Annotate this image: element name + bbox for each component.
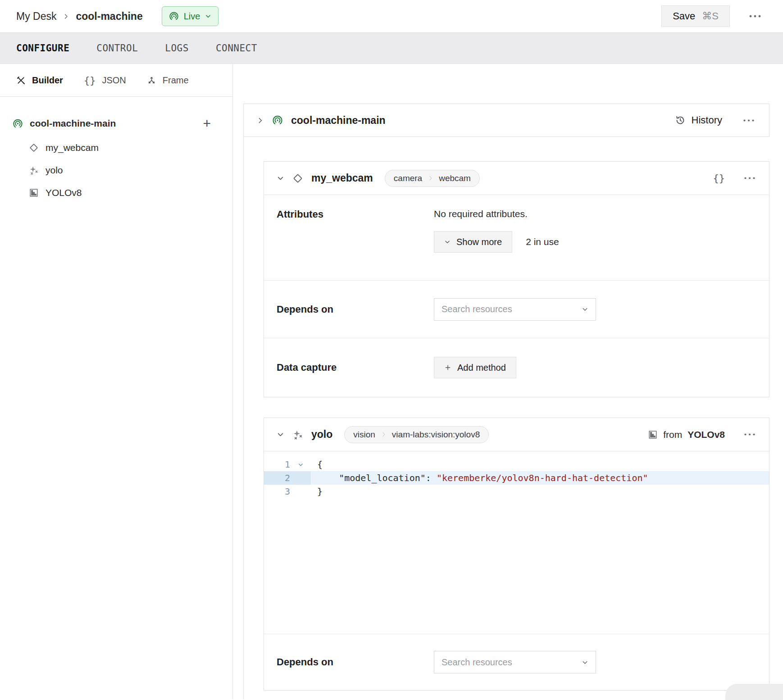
badge-model: viam-labs:vision:yolov8 — [392, 430, 480, 440]
fold-chevron-icon[interactable] — [290, 458, 311, 471]
code-text: { — [311, 458, 769, 471]
part-title: cool-machine-main — [291, 114, 386, 127]
code-line-1: 1 { — [264, 458, 769, 471]
broadcast-icon — [13, 118, 23, 129]
chevron-down-icon[interactable] — [277, 174, 284, 182]
show-more-button[interactable]: Show more — [434, 231, 512, 253]
from-module-link[interactable]: from YOLOv8 — [648, 429, 725, 440]
yolo-type-badge: vision viam-labs:vision:yolov8 — [344, 426, 489, 443]
webcam-type-badge: camera webcam — [385, 170, 480, 187]
chevron-right-icon[interactable] — [256, 117, 264, 124]
badge-chevron-icon — [428, 175, 433, 182]
chevron-down-icon — [444, 239, 451, 245]
tree-children: my_webcam yolo — [13, 134, 211, 204]
diamond-icon — [292, 173, 303, 184]
tree-item-label: my_webcam — [46, 142, 99, 153]
view-tab-frame[interactable]: Frame — [147, 75, 189, 86]
gutter-spacer — [290, 471, 311, 485]
data-capture-section: Data capture Add method — [264, 338, 769, 397]
tree-item-my-webcam[interactable]: my_webcam — [29, 136, 211, 159]
content-split: Builder {} JSON Frame — [0, 64, 783, 700]
json-separator: : — [426, 473, 437, 483]
app-header: My Desk cool-machine Live — [0, 0, 783, 32]
tree-connector-line — [243, 137, 244, 700]
part-overflow-menu-button[interactable] — [741, 117, 756, 124]
depends-search-input[interactable] — [442, 657, 572, 668]
attributes-json-editor[interactable]: 1 { 2 "model_location": "keremberke/yolo… — [264, 451, 769, 634]
viam-machine-config-page: My Desk cool-machine Live — [0, 0, 783, 700]
corner-overlay — [725, 684, 783, 700]
webcam-depends-select[interactable] — [434, 298, 596, 321]
badge-model: webcam — [439, 173, 471, 183]
view-tab-label: JSON — [102, 75, 126, 86]
save-button[interactable]: Save ⌘S — [661, 5, 730, 27]
tree-item-yolov8-module[interactable]: YOLOv8 — [29, 182, 211, 204]
resource-tree: cool-machine-main + my_webcam — [0, 97, 232, 204]
attributes-in-use-count: 2 in use — [526, 236, 559, 247]
yolo-card-header: yolo vision viam-labs:vision:yolov8 — [264, 418, 769, 451]
line-number: 3 — [264, 485, 290, 498]
add-method-button[interactable]: Add method — [434, 357, 516, 378]
breadcrumb-root[interactable]: My Desk — [16, 10, 56, 23]
module-icon — [648, 430, 658, 440]
line-number: 1 — [264, 458, 290, 471]
module-icon — [29, 188, 39, 198]
config-main: cool-machine-main History — [233, 64, 783, 700]
attributes-label: Attributes — [277, 209, 434, 280]
history-button[interactable]: History — [675, 114, 722, 126]
tab-configure[interactable]: CONFIGURE — [16, 43, 69, 54]
broadcast-icon — [272, 115, 283, 126]
code-text: } — [311, 485, 769, 498]
yolo-depends-select[interactable] — [434, 651, 596, 673]
view-tab-builder[interactable]: Builder — [16, 75, 63, 86]
badge-chevron-icon — [381, 431, 387, 438]
tree-root-row[interactable]: cool-machine-main + — [13, 113, 211, 134]
yolo-overflow-menu-button[interactable] — [742, 431, 757, 438]
breadcrumb-chevron-icon — [63, 13, 69, 20]
badge-type: camera — [394, 173, 422, 183]
tab-logs[interactable]: LOGS — [165, 43, 189, 54]
chevron-down-icon — [205, 13, 211, 19]
add-resource-button[interactable]: + — [203, 117, 211, 130]
code-line-3: 3 } — [264, 485, 769, 498]
webcam-depends-section: Depends on — [264, 281, 769, 338]
broadcast-icon — [169, 11, 179, 21]
sparkle-icon — [292, 429, 303, 440]
frame-axes-icon — [147, 76, 156, 85]
attributes-section: Attributes No required attributes. Show … — [264, 195, 769, 281]
json-mode-button[interactable]: {} — [713, 173, 725, 184]
tab-control[interactable]: CONTROL — [96, 43, 138, 54]
add-method-label: Add method — [457, 363, 506, 373]
header-overflow-menu-button[interactable] — [747, 13, 763, 20]
json-key: "model_location" — [317, 473, 426, 483]
tree-item-yolo[interactable]: yolo — [29, 159, 211, 182]
history-icon — [675, 115, 686, 126]
view-tab-label: Frame — [163, 75, 189, 86]
sparkle-icon — [29, 165, 39, 175]
webcam-card-header: my_webcam camera webcam {} — [264, 162, 769, 195]
view-tab-json[interactable]: {} JSON — [84, 75, 126, 86]
chevron-down-icon[interactable] — [277, 431, 284, 438]
tab-connect[interactable]: CONNECT — [216, 43, 257, 54]
diamond-icon — [29, 143, 39, 153]
webcam-title: my_webcam — [311, 172, 373, 184]
tree-root-label: cool-machine-main — [30, 118, 116, 129]
view-tab-label: Builder — [32, 75, 63, 86]
breadcrumb-machine-name: cool-machine — [76, 10, 142, 23]
machine-part-card: cool-machine-main History — [243, 104, 769, 137]
chevron-down-icon — [582, 306, 588, 313]
chevron-down-icon — [582, 659, 588, 666]
live-status-badge[interactable]: Live — [162, 6, 219, 26]
yolo-depends-section: Depends on — [264, 634, 769, 690]
webcam-resource-card: my_webcam camera webcam {} — [264, 161, 769, 397]
header-actions: Save ⌘S — [661, 5, 763, 27]
module-name: YOLOv8 — [687, 429, 725, 440]
show-more-label: Show more — [456, 237, 502, 247]
primary-tabbar: CONFIGURE CONTROL LOGS CONNECT — [0, 32, 783, 64]
line-number: 2 — [264, 471, 290, 485]
braces-icon: {} — [84, 75, 96, 86]
sidebar: Builder {} JSON Frame — [0, 64, 233, 700]
builder-tools-icon — [16, 76, 26, 85]
depends-search-input[interactable] — [442, 304, 572, 314]
webcam-overflow-menu-button[interactable] — [742, 175, 757, 182]
